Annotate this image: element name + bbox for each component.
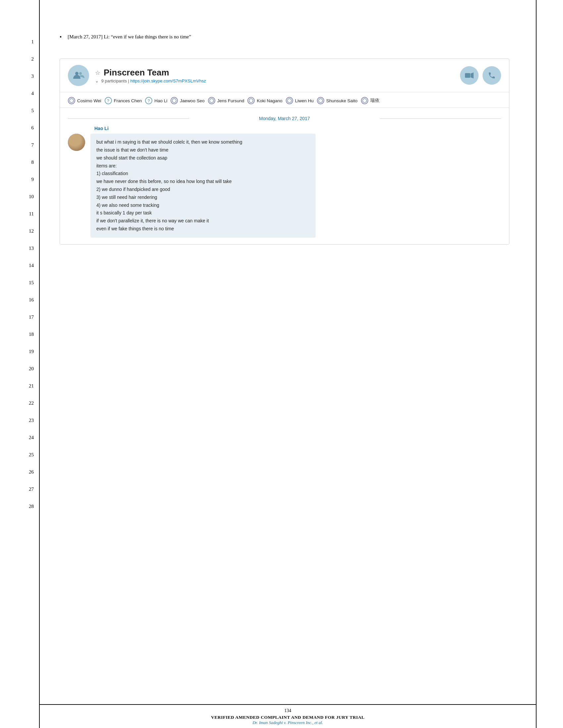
chat-message-row: but what i m saying is that we should co… <box>68 134 501 238</box>
line-21: 21 <box>0 377 39 394</box>
participant-icon-hao: ? <box>145 97 152 104</box>
skype-header-info: ☆ Pinscreen Team ⌄ 9 participants | http… <box>95 68 460 83</box>
participant-name-frances: Frances Chen <box>114 98 142 103</box>
participant-ruiyi: 瑞依 <box>361 97 380 104</box>
line-9: 9 <box>0 171 39 188</box>
participant-name-ruiyi: 瑞依 <box>370 98 380 104</box>
chat-area: Monday, March 27, 2017 Hao Li but what i… <box>60 108 509 244</box>
line-12: 12 <box>0 222 39 240</box>
phone-icon <box>488 71 496 79</box>
line-10: 10 <box>0 188 39 205</box>
participant-icon-ruiyi <box>361 97 368 104</box>
message-line-4: items are: <box>96 162 310 170</box>
participant-name-cosimo: Cosimo Wei <box>77 98 101 103</box>
line-17: 17 <box>0 308 39 326</box>
participant-koki-nagano: Koki Nagano <box>247 97 282 104</box>
avatar-hao-li <box>68 134 85 151</box>
message-line-8: 3) we still need hair rendering <box>96 194 310 202</box>
svg-point-8 <box>288 99 292 103</box>
bullet-dot: • <box>60 33 62 41</box>
chevron-down-icon: ⌄ <box>95 78 99 83</box>
skype-title-row: ☆ Pinscreen Team <box>95 68 460 78</box>
skype-header: ☆ Pinscreen Team ⌄ 9 participants | http… <box>60 59 509 92</box>
svg-point-9 <box>319 99 323 103</box>
line-7: 7 <box>0 136 39 154</box>
svg-marker-3 <box>471 72 474 78</box>
line-25: 25 <box>0 446 39 463</box>
bullet-text: [March 27, 2017] Li: “even if we fake th… <box>68 33 191 41</box>
message-line-10: it s basically 1 day per task <box>96 209 310 217</box>
line-27: 27 <box>0 480 39 498</box>
video-call-button[interactable] <box>460 66 479 85</box>
chat-sender-name: Hao Li <box>68 126 501 131</box>
participant-icon-liwen <box>286 97 293 104</box>
message-line-5: 1) classification <box>96 170 310 178</box>
participant-name-jaewoo: Jaewoo Seo <box>180 98 204 103</box>
line-23: 23 <box>0 412 39 429</box>
line-28: 28 <box>0 498 39 515</box>
participants-area: Cosimo Wei ? Frances Chen ? Hao Li Jaewo… <box>60 92 509 108</box>
participant-name-jens: Jens Fursund <box>217 98 244 103</box>
line-18: 18 <box>0 326 39 343</box>
message-line-9: 4) we also need some tracking <box>96 202 310 209</box>
participant-cosimo-wei: Cosimo Wei <box>68 97 101 104</box>
footer-case-parties: Dr. Iman Sadeghi v. Pinscreen Inc., et a… <box>40 720 536 725</box>
line-20: 20 <box>0 360 39 377</box>
right-margin <box>537 0 563 728</box>
participant-shunsuke-saito: Shunsuke Saito <box>317 97 358 104</box>
phone-call-button[interactable] <box>483 66 501 85</box>
line-14: 14 <box>0 257 39 274</box>
line-15: 15 <box>0 274 39 291</box>
participant-jaewoo-seo: Jaewoo Seo <box>170 97 204 104</box>
message-line-1: but what i m saying is that we should co… <box>96 138 310 146</box>
message-line-6: we have never done this before, so no id… <box>96 178 310 186</box>
participant-icon-cosimo <box>68 97 75 104</box>
participant-name-koki: Koki Nagano <box>257 98 282 103</box>
svg-point-1 <box>79 72 82 75</box>
participant-count: 9 participants <box>101 78 127 83</box>
skype-group-title: Pinscreen Team <box>104 68 169 78</box>
message-line-12: even if we fake things there is no time <box>96 225 310 233</box>
line-26: 26 <box>0 463 39 480</box>
bullet-item-1: • [March 27, 2017] Li: “even if we fake … <box>60 33 509 41</box>
participant-frances-chen: ? Frances Chen <box>105 97 142 104</box>
svg-point-0 <box>75 72 78 75</box>
line-2: 2 <box>0 50 39 68</box>
participant-icon-koki <box>247 97 255 104</box>
skype-conversation-card: ☆ Pinscreen Team ⌄ 9 participants | http… <box>60 59 509 245</box>
line-24: 24 <box>0 429 39 446</box>
skype-actions <box>460 66 501 85</box>
participant-name-shunsuke: Shunsuke Saito <box>326 98 358 103</box>
page: 1 2 3 4 5 6 7 8 9 10 11 12 13 14 15 16 1… <box>0 0 563 728</box>
message-line-11: if we don't parallelize it, there is no … <box>96 217 310 225</box>
main-content: • [March 27, 2017] Li: “even if we fake … <box>40 0 537 728</box>
participant-jens-fursund: Jens Fursund <box>208 97 244 104</box>
participant-hao-li: ? Hao Li <box>145 97 167 104</box>
line-13: 13 <box>0 240 39 257</box>
svg-point-6 <box>210 99 213 103</box>
avatar-face <box>68 134 85 151</box>
svg-point-7 <box>249 99 253 103</box>
line-16: 16 <box>0 291 39 308</box>
line-6: 6 <box>0 119 39 136</box>
message-line-7: 2) we dunno if handpicked are good <box>96 186 310 194</box>
skype-group-icon <box>68 65 89 86</box>
participant-icon-shunsuke <box>317 97 324 104</box>
chat-date: Monday, March 27, 2017 <box>68 116 501 121</box>
participant-name-hao: Hao Li <box>154 98 167 103</box>
footer-page-number: 134 <box>40 708 536 713</box>
chat-bubble: but what i m saying is that we should co… <box>90 134 316 238</box>
svg-point-5 <box>172 99 176 103</box>
line-3: 3 <box>0 68 39 85</box>
line-11: 11 <box>0 205 39 222</box>
message-line-2: the issue is that we don't have time <box>96 146 310 154</box>
message-line-3: we should start the collection asap <box>96 154 310 162</box>
participant-liwen-hu: Liwen Hu <box>286 97 314 104</box>
participant-icon-frances: ? <box>105 97 112 104</box>
join-url[interactable]: https://join.skype.com/S7mPXSLmVhsz <box>130 78 206 83</box>
line-5: 5 <box>0 102 39 119</box>
line-22: 22 <box>0 394 39 412</box>
participant-icon-jaewoo <box>170 97 178 104</box>
group-people-icon <box>72 69 84 81</box>
video-icon <box>465 72 474 78</box>
